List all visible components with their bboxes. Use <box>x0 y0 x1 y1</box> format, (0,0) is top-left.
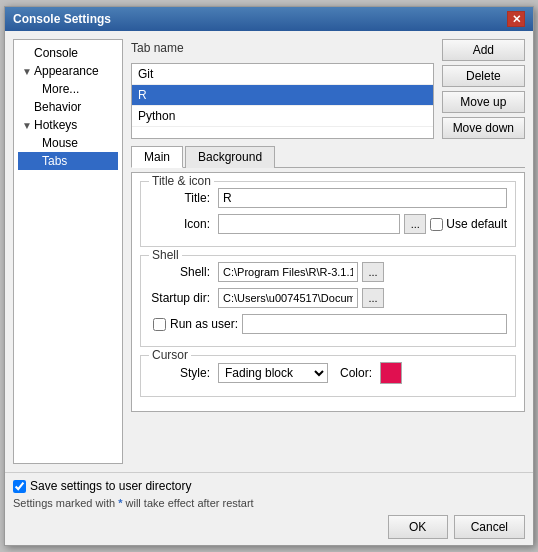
dialog-title: Console Settings <box>13 12 111 26</box>
tree-label-tabs: Tabs <box>42 154 67 168</box>
right-panel: Tab name Git R Python Add Delete Move up… <box>131 39 525 464</box>
run-as-user-label: Run as user: <box>170 317 238 331</box>
tab-list-item-python[interactable]: Python <box>132 106 433 127</box>
move-up-button[interactable]: Move up <box>442 91 525 113</box>
startup-dir-row: Startup dir: ... <box>149 288 507 308</box>
use-default-container: Use default <box>430 217 507 231</box>
tabs-list-box[interactable]: Git R Python <box>131 63 434 139</box>
icon-browse-button[interactable]: ... <box>404 214 426 234</box>
tree-item-tabs[interactable]: Tabs <box>18 152 118 170</box>
color-swatch[interactable] <box>380 362 402 384</box>
expander-appearance: ▼ <box>22 66 34 77</box>
shell-row: Shell: ... <box>149 262 507 282</box>
shell-section: Shell Shell: ... Startup dir: ... <box>140 255 516 347</box>
note-prefix: Settings marked with <box>13 497 118 509</box>
inner-tab-row: Main Background <box>131 145 525 168</box>
style-label: Style: <box>149 366 214 380</box>
cursor-section-label: Cursor <box>149 348 191 362</box>
run-as-user-checkbox[interactable] <box>153 318 166 331</box>
title-label: Title: <box>149 191 214 205</box>
ok-button[interactable]: OK <box>388 515 448 539</box>
tree-label-behavior: Behavior <box>34 100 81 114</box>
tab-main[interactable]: Main <box>131 146 183 168</box>
footer-note: Settings marked with * will take effect … <box>13 497 525 509</box>
shell-section-label: Shell <box>149 248 182 262</box>
cursor-style-select[interactable]: Fading block Blinking block Underline Ve… <box>218 363 328 383</box>
tree-item-hotkeys[interactable]: ▼ Hotkeys <box>18 116 118 134</box>
title-row: Title: <box>149 188 507 208</box>
run-as-user-input[interactable] <box>242 314 507 334</box>
tree-item-console[interactable]: Console <box>18 44 118 62</box>
title-icon-section-label: Title & icon <box>149 174 214 188</box>
dialog-body: Console ▼ Appearance More... Behavior ▼ … <box>5 31 533 472</box>
tree-label-mouse: Mouse <box>42 136 78 150</box>
icon-label: Icon: <box>149 217 214 231</box>
tab-list-item-git[interactable]: Git <box>132 64 433 85</box>
shell-label: Shell: <box>149 265 214 279</box>
tree-item-behavior[interactable]: Behavior <box>18 98 118 116</box>
icon-row: Icon: ... Use default <box>149 214 507 234</box>
tab-name-header: Tab name <box>131 39 434 59</box>
title-bar: Console Settings ✕ <box>5 7 533 31</box>
tree-label-console: Console <box>34 46 78 60</box>
tree-label-hotkeys: Hotkeys <box>34 118 77 132</box>
tab-action-buttons: Add Delete Move up Move down <box>442 39 525 139</box>
save-settings-row: Save settings to user directory <box>13 479 525 493</box>
tab-background[interactable]: Background <box>185 146 275 168</box>
save-settings-checkbox[interactable] <box>13 480 26 493</box>
close-button[interactable]: ✕ <box>507 11 525 27</box>
tab-list-area: Tab name Git R Python Add Delete Move up… <box>131 39 525 139</box>
startup-dir-input[interactable] <box>218 288 358 308</box>
cursor-section: Cursor Style: Fading block Blinking bloc… <box>140 355 516 397</box>
tree-item-mouse[interactable]: Mouse <box>18 134 118 152</box>
tree-item-appearance[interactable]: ▼ Appearance <box>18 62 118 80</box>
color-label: Color: <box>340 366 372 380</box>
icon-input[interactable] <box>218 214 400 234</box>
tree-panel: Console ▼ Appearance More... Behavior ▼ … <box>13 39 123 464</box>
expander-hotkeys: ▼ <box>22 120 34 131</box>
add-button[interactable]: Add <box>442 39 525 61</box>
tree-label-more: More... <box>42 82 79 96</box>
delete-button[interactable]: Delete <box>442 65 525 87</box>
cancel-button[interactable]: Cancel <box>454 515 525 539</box>
use-default-checkbox[interactable] <box>430 218 443 231</box>
startup-dir-label: Startup dir: <box>149 291 214 305</box>
save-settings-label: Save settings to user directory <box>30 479 191 493</box>
dialog-footer: Save settings to user directory Settings… <box>5 472 533 545</box>
footer-buttons: OK Cancel <box>13 515 525 539</box>
startup-dir-browse-button[interactable]: ... <box>362 288 384 308</box>
tree-item-more[interactable]: More... <box>18 80 118 98</box>
inner-tabs-container: Main Background Title & icon Title: Icon… <box>131 145 525 412</box>
title-icon-section: Title & icon Title: Icon: ... Use defaul… <box>140 181 516 247</box>
tab-content-main: Title & icon Title: Icon: ... Use defaul… <box>131 172 525 412</box>
tab-list-item-r[interactable]: R <box>132 85 433 106</box>
shell-browse-button[interactable]: ... <box>362 262 384 282</box>
run-as-user-row: Run as user: <box>149 314 507 334</box>
tree-label-appearance: Appearance <box>34 64 99 78</box>
shell-input[interactable] <box>218 262 358 282</box>
console-settings-dialog: Console Settings ✕ Console ▼ Appearance … <box>4 6 534 546</box>
note-suffix: will take effect after restart <box>122 497 253 509</box>
use-default-label: Use default <box>446 217 507 231</box>
move-down-button[interactable]: Move down <box>442 117 525 139</box>
title-input[interactable] <box>218 188 507 208</box>
cursor-style-row: Style: Fading block Blinking block Under… <box>149 362 507 384</box>
